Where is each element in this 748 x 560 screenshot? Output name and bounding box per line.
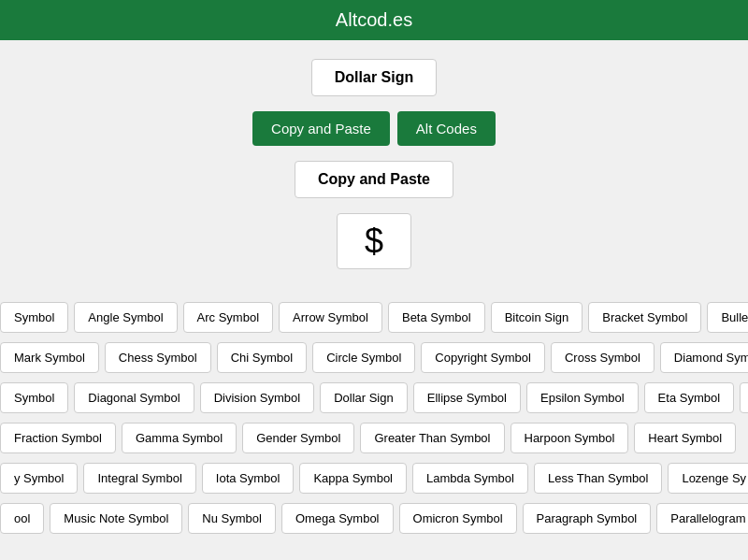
tag-omicron-symbol[interactable]: Omicron Symbol: [399, 503, 517, 534]
tag-e[interactable]: E: [740, 382, 748, 413]
site-header: Altcod.es: [0, 0, 748, 40]
tag-bracket-symbol[interactable]: Bracket Symbol: [588, 302, 701, 333]
tab-alt-codes[interactable]: Alt Codes: [397, 111, 496, 146]
tag-ellipse-symbol[interactable]: Ellipse Symbol: [413, 382, 521, 413]
tag-division-symbol[interactable]: Division Symbol: [200, 382, 314, 413]
tag-copyright-symbol[interactable]: Copyright Symbol: [421, 342, 545, 373]
tag-heart-symbol[interactable]: Heart Symbol: [634, 423, 736, 453]
tag-eta-symbol[interactable]: Eta Symbol: [644, 382, 734, 413]
tag-less-than-symbol[interactable]: Less Than Symbol: [534, 463, 662, 494]
tag-integral-symbol[interactable]: Integral Symbol: [83, 463, 195, 494]
tag-mark-symbol[interactable]: Mark Symbol: [0, 342, 99, 373]
tag-bullet-po[interactable]: Bullet Po: [707, 302, 748, 333]
tag-bitcoin-sign[interactable]: Bitcoin Sign: [491, 302, 583, 333]
tag-angle-symbol[interactable]: Angle Symbol: [74, 302, 177, 333]
tags-row-6: ool Music Note Symbol Nu Symbol Omega Sy…: [0, 498, 748, 538]
tag-chess-symbol[interactable]: Chess Symbol: [105, 342, 211, 373]
tag-diamond-sym[interactable]: Diamond Sym: [660, 342, 748, 373]
site-title: Altcod.es: [336, 9, 412, 30]
symbol-display: $: [337, 213, 411, 269]
tag-arc-symbol[interactable]: Arc Symbol: [183, 302, 273, 333]
tag-diagonal-symbol[interactable]: Diagonal Symbol: [74, 382, 194, 413]
tag-cross-symbol[interactable]: Cross Symbol: [551, 342, 654, 373]
tag-parallelogram-s[interactable]: Parallelogram S: [656, 503, 748, 534]
tag-kappa-symbol[interactable]: Kappa Symbol: [299, 463, 407, 494]
tags-section: Symbol Angle Symbol Arc Symbol Arrow Sym…: [0, 297, 748, 538]
tag-arrow-symbol[interactable]: Arrow Symbol: [279, 302, 382, 333]
tab-copy-paste[interactable]: Copy and Paste: [252, 111, 390, 146]
tag-epsilon-symbol[interactable]: Epsilon Symbol: [526, 382, 639, 413]
tag-dollar-sign[interactable]: Dollar Sign: [320, 382, 408, 413]
tags-row-3: Symbol Diagonal Symbol Division Symbol D…: [0, 378, 748, 418]
tag-y-symbol[interactable]: y Symbol: [0, 463, 78, 494]
tag-circle-symbol[interactable]: Circle Symbol: [312, 342, 415, 373]
main-content: Dollar Sign Copy and Paste Alt Codes Cop…: [0, 40, 748, 297]
tags-row-1: Symbol Angle Symbol Arc Symbol Arrow Sym…: [0, 297, 748, 337]
tags-row-5: y Symbol Integral Symbol Iota Symbol Kap…: [0, 458, 748, 498]
tag-greater-than-symbol[interactable]: Greater Than Symbol: [360, 423, 504, 453]
dollar-sign-button[interactable]: Dollar Sign: [311, 59, 437, 96]
tag-gender-symbol[interactable]: Gender Symbol: [242, 423, 354, 453]
tag-chi-symbol[interactable]: Chi Symbol: [217, 342, 307, 373]
tag-iota-symbol[interactable]: Iota Symbol: [202, 463, 295, 494]
tag-lozenge-sy[interactable]: Lozenge Sy: [668, 463, 748, 494]
tag-symbol[interactable]: Symbol: [0, 302, 68, 333]
tag-music-note-symbol[interactable]: Music Note Symbol: [50, 503, 182, 534]
tag-fraction-symbol[interactable]: Fraction Symbol: [0, 423, 116, 453]
tag-ool[interactable]: ool: [0, 503, 44, 534]
copy-paste-button[interactable]: Copy and Paste: [295, 161, 453, 198]
tag-gamma-symbol[interactable]: Gamma Symbol: [122, 423, 237, 453]
tab-row: Copy and Paste Alt Codes: [252, 111, 496, 146]
tag-lambda-symbol[interactable]: Lambda Symbol: [412, 463, 528, 494]
tag-symbol-2[interactable]: Symbol: [0, 382, 68, 413]
tag-omega-symbol[interactable]: Omega Symbol: [281, 503, 394, 534]
tag-beta-symbol[interactable]: Beta Symbol: [388, 302, 485, 333]
tags-row-4: Fraction Symbol Gamma Symbol Gender Symb…: [0, 418, 748, 458]
tag-harpoon-symbol[interactable]: Harpoon Symbol: [511, 423, 629, 453]
tag-paragraph-symbol[interactable]: Paragraph Symbol: [523, 503, 652, 534]
tags-row-2: Mark Symbol Chess Symbol Chi Symbol Circ…: [0, 337, 748, 378]
tag-nu-symbol[interactable]: Nu Symbol: [188, 503, 276, 534]
